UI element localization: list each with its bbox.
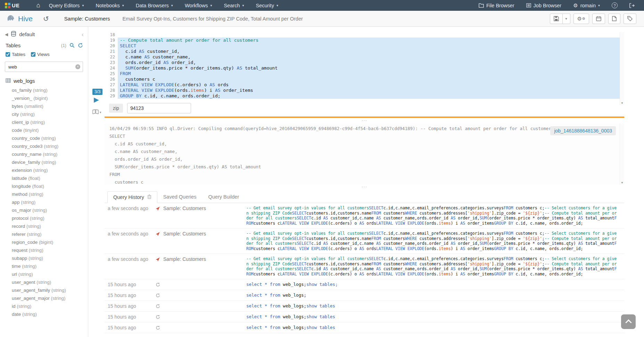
settings-button[interactable]: ⚙ ⚙ (573, 14, 589, 24)
editor-line[interactable]: 24 SUM(order_items.price * order_items.q… (106, 65, 624, 71)
column-item-os-major[interactable]: os_major (string) (0, 206, 88, 214)
column-item-client-ip[interactable]: client_ip (string) (0, 118, 88, 126)
column-item-os-family[interactable]: os_family (string) (0, 86, 88, 94)
column-item-method[interactable]: method (string) (0, 190, 88, 198)
nav-menu-data-browsers[interactable]: Data Browsers▾ (130, 0, 179, 11)
editor-line[interactable]: 18 (106, 32, 624, 38)
column-item-date[interactable]: date (string) (0, 310, 88, 318)
schedule-button[interactable] (592, 14, 605, 24)
save-button[interactable] (550, 14, 563, 24)
back-icon[interactable]: ◀ (5, 32, 8, 37)
column-item-bytes[interactable]: bytes (smallint) (0, 102, 88, 110)
tab-query-builder[interactable]: Query Builder (203, 191, 245, 203)
filter-tables[interactable]: Tables (6, 52, 25, 57)
file-browser-button[interactable]: File Browser (473, 0, 520, 11)
column-item-app[interactable]: app (string) (0, 198, 88, 206)
query-history-icon[interactable]: ↺ (43, 15, 49, 22)
resize-handle-bottom[interactable]: ··· (105, 185, 624, 189)
log-scrollbar[interactable]: ▼ (620, 123, 624, 185)
editor-line[interactable]: 26 customers c (106, 77, 624, 82)
editor-line[interactable]: 27LATERAL VIEW EXPLODE(c.orders) o AS or… (106, 82, 624, 88)
collapse-sidebar-icon[interactable]: ‹ (82, 31, 84, 38)
home-button[interactable]: ⌂ (34, 0, 43, 11)
editor-line[interactable]: 22 c.name AS customer_name, (106, 54, 624, 60)
column-item-city[interactable]: city (string) (0, 110, 88, 118)
editor-line[interactable]: 21 c.id AS customer_id, (106, 49, 624, 54)
clear-search-icon[interactable]: × (75, 64, 80, 69)
help-button[interactable]: ? (606, 0, 624, 11)
execute-button[interactable]: ▶ (94, 96, 99, 103)
user-menu[interactable]: ⚙ romain ▾ (567, 0, 606, 11)
column-item-country-name[interactable]: country_name (string) (0, 150, 88, 158)
search-icon[interactable] (69, 43, 75, 48)
column-item-extension[interactable]: extension (string) (0, 166, 88, 174)
column-item-longitude[interactable]: longitude (float) (0, 182, 88, 190)
column-item-country-code3[interactable]: country_code3 (string) (0, 142, 88, 150)
editor-line[interactable]: 25FROM (106, 71, 624, 77)
column-item-protocol[interactable]: protocol (string) (0, 214, 88, 222)
job-link[interactable]: job_1461888648136_0003 (550, 126, 616, 135)
editor-line[interactable]: 28LATERAL VIEW EXPLODE(ords.items) i AS … (106, 88, 624, 93)
nav-menu-workflows[interactable]: Workflows▾ (179, 0, 218, 11)
history-row[interactable]: a few seconds agoSample: Customers-- Get… (105, 254, 624, 279)
column-item-device-family[interactable]: device_family (string) (0, 158, 88, 166)
column-item-country-code[interactable]: country_code (string) (0, 134, 88, 142)
refresh-icon[interactable] (78, 43, 83, 48)
save-dropdown-button[interactable]: ▾ (563, 14, 570, 24)
database-name[interactable]: default (19, 31, 35, 37)
editor-scrollbar[interactable]: ▼ (620, 32, 624, 105)
column-item-id[interactable]: id (string) (0, 302, 88, 310)
browse-docs-button[interactable]: ▾ (92, 109, 101, 115)
scroll-down-icon[interactable]: ▼ (621, 102, 624, 105)
column-item-subapp[interactable]: subapp (string) (0, 254, 88, 262)
hue-logo[interactable]: UE (5, 2, 20, 8)
nav-menu-notebooks[interactable]: Notebooks▾ (90, 0, 130, 11)
column-item-user-agent-major[interactable]: user_agent_major (string) (0, 294, 88, 302)
history-row[interactable]: 15 hours agoselect * from web_logs;show … (105, 322, 624, 333)
hive-app-button[interactable]: Hive (6, 14, 33, 24)
column-item-record[interactable]: record (string) (0, 222, 88, 230)
sql-editor[interactable]: 1819-- Compute total amount per order fo… (106, 32, 624, 99)
editor-line[interactable]: 29GROUP BY c.id, c.name, ords.order_id; (106, 93, 624, 99)
column-item-user-agent[interactable]: user_agent (string) (0, 278, 88, 286)
column-item-code[interactable]: code (tinyint) (0, 126, 88, 134)
history-row[interactable]: 15 hours agoselect * from web_logs; (105, 290, 624, 301)
history-row[interactable]: 15 hours agoselect * from web_logs;show … (105, 301, 624, 312)
editor-line[interactable]: 23 ords.order_id AS order_id, (106, 60, 624, 65)
line-code: LATERAL VIEW EXPLODE(ords.items) i AS or… (118, 88, 624, 93)
column-item-time[interactable]: time (string) (0, 262, 88, 270)
tab-query-history[interactable]: Query History (107, 191, 157, 203)
tables-checkbox[interactable] (6, 52, 10, 57)
tab-saved-queries[interactable]: Saved Queries (157, 191, 203, 203)
scroll-to-top-button[interactable] (621, 314, 636, 329)
history-row[interactable]: a few seconds agoSample: Customers-- Get… (105, 203, 624, 228)
column-item-user-agent-family[interactable]: user_agent_family (string) (0, 286, 88, 294)
column-item-url[interactable]: url (string) (0, 270, 88, 278)
column-item--version-[interactable]: _version_ (bigint) (0, 94, 88, 102)
views-checkbox[interactable] (31, 52, 35, 57)
resize-handle-top[interactable]: ··· (105, 119, 624, 122)
variable-input[interactable] (127, 103, 191, 113)
nav-menu-search[interactable]: Search▾ (218, 0, 250, 11)
column-item-request[interactable]: request (string) (0, 246, 88, 254)
nav-menu-security[interactable]: Security▾ (250, 0, 284, 11)
table-item-web-logs[interactable]: web_logs (0, 74, 88, 85)
history-row[interactable]: 15 hours agoselect * from web_logs;show … (105, 279, 624, 290)
table-search-input[interactable] (5, 62, 83, 72)
tags-button[interactable] (624, 14, 636, 24)
column-item-region-code[interactable]: region_code (bigint) (0, 238, 88, 246)
column-item-referer[interactable]: referer (string) (0, 230, 88, 238)
scroll-down-icon[interactable]: ▼ (621, 181, 624, 184)
new-query-button[interactable] (608, 14, 620, 24)
history-row[interactable]: 15 hours agoselect * from web_logs;show … (105, 312, 624, 322)
column-item-latitude[interactable]: latitude (float) (0, 174, 88, 182)
nav-menu-query-editors[interactable]: Query Editors▾ (43, 0, 90, 11)
job-browser-button[interactable]: Job Browser (520, 0, 568, 11)
history-row[interactable]: a few seconds agoSample: Customers-- Get… (105, 228, 624, 254)
logout-button[interactable] (624, 0, 641, 11)
clear-history-icon[interactable] (147, 194, 151, 200)
sql-token: total_amount (242, 65, 278, 71)
editor-line[interactable]: 20SELECT (106, 43, 624, 49)
filter-views[interactable]: Views (31, 52, 50, 57)
editor-line[interactable]: 19-- Compute total amount per order for … (106, 38, 624, 43)
